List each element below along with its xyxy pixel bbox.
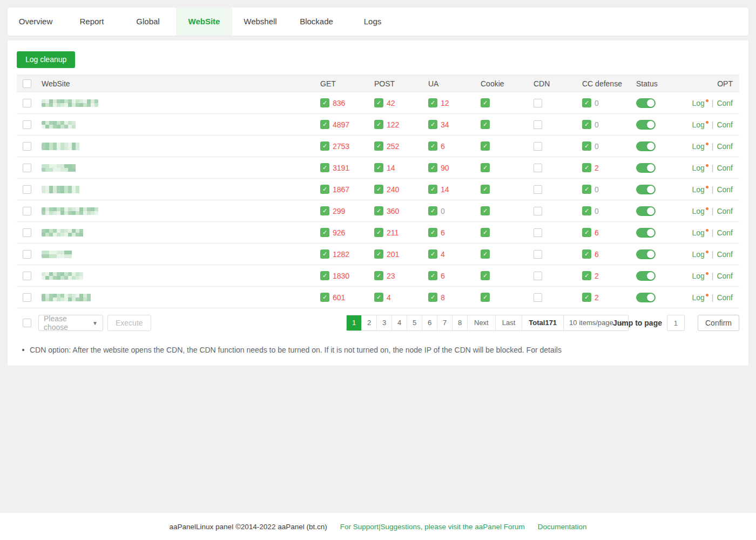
post-enabled-checkbox[interactable]: ✓ [374, 228, 383, 237]
cc-defense-enabled-checkbox[interactable]: ✓ [582, 206, 591, 215]
cdn-checkbox[interactable] [534, 120, 542, 129]
cc-defense-enabled-checkbox[interactable]: ✓ [582, 98, 591, 107]
ua-enabled-checkbox[interactable]: ✓ [428, 141, 437, 151]
page-button-2[interactable]: 2 [362, 315, 377, 330]
ua-enabled-checkbox[interactable]: ✓ [428, 120, 437, 129]
row-select-checkbox[interactable] [23, 164, 31, 172]
log-link[interactable]: Log [692, 142, 708, 151]
post-enabled-checkbox[interactable]: ✓ [374, 98, 383, 107]
post-enabled-checkbox[interactable]: ✓ [374, 271, 383, 280]
page-button-7[interactable]: 7 [437, 315, 453, 330]
ua-enabled-checkbox[interactable]: ✓ [428, 293, 437, 302]
cookie-enabled-checkbox[interactable]: ✓ [481, 120, 490, 129]
cdn-checkbox[interactable] [534, 164, 542, 172]
status-toggle[interactable] [636, 163, 656, 173]
log-link[interactable]: Log [692, 99, 708, 107]
page-button-1[interactable]: 1 [347, 315, 362, 330]
cookie-enabled-checkbox[interactable]: ✓ [481, 228, 490, 237]
conf-link[interactable]: Conf [717, 164, 733, 172]
jump-page-input[interactable] [667, 315, 685, 331]
website-name-redacted[interactable] [42, 164, 78, 172]
row-select-checkbox[interactable] [23, 272, 31, 280]
post-enabled-checkbox[interactable]: ✓ [374, 141, 383, 151]
status-toggle[interactable] [636, 249, 656, 259]
get-enabled-checkbox[interactable]: ✓ [320, 98, 329, 107]
website-name-redacted[interactable] [42, 272, 84, 280]
ua-enabled-checkbox[interactable]: ✓ [428, 98, 437, 107]
get-enabled-checkbox[interactable]: ✓ [320, 249, 329, 259]
support-forum-link[interactable]: For Support|Suggestions, please visit th… [340, 523, 525, 531]
cdn-checkbox[interactable] [534, 293, 542, 302]
log-link[interactable]: Log [692, 272, 708, 280]
cdn-checkbox[interactable] [534, 207, 542, 215]
status-toggle[interactable] [636, 228, 656, 238]
tab-website[interactable]: WebSite [176, 8, 232, 36]
post-enabled-checkbox[interactable]: ✓ [374, 206, 383, 215]
website-name-redacted[interactable] [42, 251, 75, 258]
row-select-checkbox[interactable] [23, 99, 31, 107]
row-select-checkbox[interactable] [23, 293, 31, 302]
tab-global[interactable]: Global [120, 8, 176, 36]
status-toggle[interactable] [636, 120, 656, 130]
execute-button[interactable]: Execute [107, 315, 151, 331]
ua-enabled-checkbox[interactable]: ✓ [428, 163, 437, 172]
log-link[interactable]: Log [692, 207, 708, 215]
cc-defense-enabled-checkbox[interactable]: ✓ [582, 120, 591, 129]
website-name-redacted[interactable] [42, 186, 83, 193]
cdn-checkbox[interactable] [534, 250, 542, 259]
get-enabled-checkbox[interactable]: ✓ [320, 228, 329, 237]
website-name-redacted[interactable] [42, 121, 77, 129]
website-name-redacted[interactable] [42, 229, 85, 237]
next-page-button[interactable]: Next [468, 315, 496, 330]
cdn-checkbox[interactable] [534, 228, 542, 237]
conf-link[interactable]: Conf [717, 142, 733, 151]
documentation-link[interactable]: Documentation [538, 523, 587, 531]
row-select-checkbox[interactable] [23, 228, 31, 237]
conf-link[interactable]: Conf [717, 185, 733, 194]
cdn-checkbox[interactable] [534, 185, 542, 194]
conf-link[interactable]: Conf [717, 228, 733, 237]
log-link[interactable]: Log [692, 250, 708, 259]
conf-link[interactable]: Conf [717, 120, 733, 129]
status-toggle[interactable] [636, 206, 656, 216]
ua-enabled-checkbox[interactable]: ✓ [428, 206, 437, 215]
cdn-checkbox[interactable] [534, 99, 542, 107]
cc-defense-enabled-checkbox[interactable]: ✓ [582, 141, 591, 151]
cookie-enabled-checkbox[interactable]: ✓ [481, 249, 490, 259]
row-select-checkbox[interactable] [23, 185, 31, 194]
cc-defense-enabled-checkbox[interactable]: ✓ [582, 271, 591, 280]
get-enabled-checkbox[interactable]: ✓ [320, 120, 329, 129]
status-toggle[interactable] [636, 185, 656, 194]
get-enabled-checkbox[interactable]: ✓ [320, 141, 329, 151]
cookie-enabled-checkbox[interactable]: ✓ [481, 163, 490, 172]
get-enabled-checkbox[interactable]: ✓ [320, 163, 329, 172]
conf-link[interactable]: Conf [717, 293, 733, 302]
log-link[interactable]: Log [692, 228, 708, 237]
conf-link[interactable]: Conf [717, 250, 733, 259]
confirm-button[interactable]: Confirm [698, 315, 739, 331]
cdn-checkbox[interactable] [534, 272, 542, 280]
log-link[interactable]: Log [692, 293, 708, 302]
status-toggle[interactable] [636, 98, 656, 108]
website-name-redacted[interactable] [42, 99, 98, 107]
row-select-checkbox[interactable] [23, 120, 31, 129]
cdn-checkbox[interactable] [534, 142, 542, 151]
cookie-enabled-checkbox[interactable]: ✓ [481, 206, 490, 215]
get-enabled-checkbox[interactable]: ✓ [320, 185, 329, 194]
page-button-6[interactable]: 6 [422, 315, 437, 330]
get-enabled-checkbox[interactable]: ✓ [320, 271, 329, 280]
cc-defense-enabled-checkbox[interactable]: ✓ [582, 228, 591, 237]
select-all-checkbox[interactable] [23, 79, 31, 88]
row-select-checkbox[interactable] [23, 207, 31, 215]
cookie-enabled-checkbox[interactable]: ✓ [481, 141, 490, 151]
row-select-checkbox[interactable] [23, 142, 31, 151]
conf-link[interactable]: Conf [717, 99, 733, 107]
conf-link[interactable]: Conf [717, 272, 733, 280]
status-toggle[interactable] [636, 293, 656, 302]
website-name-redacted[interactable] [42, 294, 93, 301]
bulk-action-select[interactable]: Please choose ▼ [38, 315, 103, 331]
bulk-select-checkbox[interactable] [23, 319, 31, 327]
website-name-redacted[interactable] [42, 207, 99, 215]
page-button-5[interactable]: 5 [407, 315, 422, 330]
get-enabled-checkbox[interactable]: ✓ [320, 293, 329, 302]
